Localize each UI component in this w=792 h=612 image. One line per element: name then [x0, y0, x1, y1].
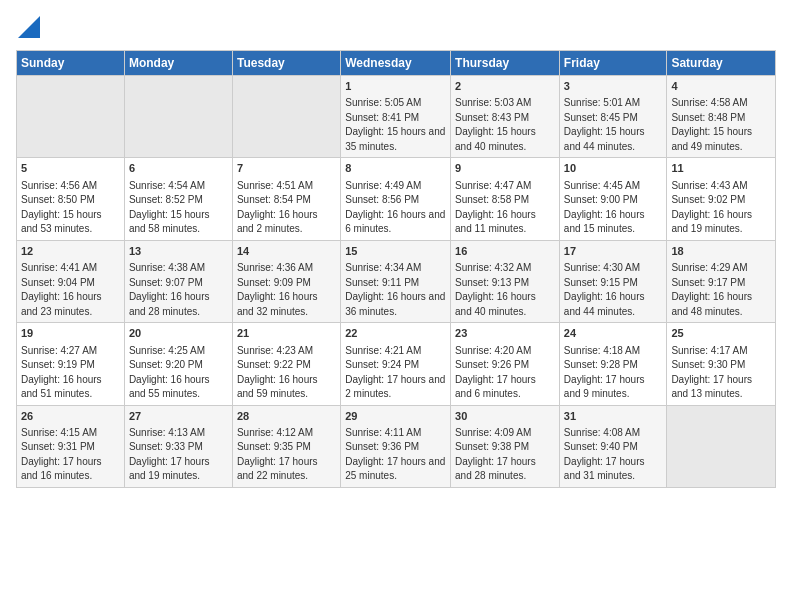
cell-content: Sunrise: 4:11 AMSunset: 9:36 PMDaylight:…	[345, 426, 446, 484]
cell-line: Daylight: 16 hours and 11 minutes.	[455, 209, 536, 235]
cell-line: Sunrise: 4:21 AM	[345, 345, 421, 356]
cell-content: Sunrise: 4:38 AMSunset: 9:07 PMDaylight:…	[129, 261, 228, 319]
day-number: 1	[345, 79, 446, 94]
day-number: 8	[345, 161, 446, 176]
calendar-cell: 2Sunrise: 5:03 AMSunset: 8:43 PMDaylight…	[451, 76, 560, 158]
cell-line: Sunrise: 4:12 AM	[237, 427, 313, 438]
cell-line: Sunset: 8:50 PM	[21, 194, 95, 205]
cell-line: Sunset: 9:35 PM	[237, 441, 311, 452]
cell-line: Sunrise: 4:36 AM	[237, 262, 313, 273]
day-number: 13	[129, 244, 228, 259]
cell-line: Daylight: 16 hours and 59 minutes.	[237, 374, 318, 400]
week-row: 5Sunrise: 4:56 AMSunset: 8:50 PMDaylight…	[17, 158, 776, 240]
cell-line: Sunrise: 4:09 AM	[455, 427, 531, 438]
cell-line: Daylight: 15 hours and 49 minutes.	[671, 126, 752, 152]
cell-line: Daylight: 16 hours and 15 minutes.	[564, 209, 645, 235]
col-thursday: Thursday	[451, 51, 560, 76]
day-number: 23	[455, 326, 555, 341]
logo	[16, 16, 40, 38]
calendar-cell: 27Sunrise: 4:13 AMSunset: 9:33 PMDayligh…	[124, 405, 232, 487]
cell-line: Sunrise: 4:08 AM	[564, 427, 640, 438]
cell-line: Daylight: 16 hours and 44 minutes.	[564, 291, 645, 317]
cell-line: Sunset: 9:02 PM	[671, 194, 745, 205]
cell-content: Sunrise: 4:51 AMSunset: 8:54 PMDaylight:…	[237, 179, 336, 237]
cell-line: Sunset: 9:31 PM	[21, 441, 95, 452]
day-number: 5	[21, 161, 120, 176]
day-number: 25	[671, 326, 771, 341]
cell-content: Sunrise: 4:47 AMSunset: 8:58 PMDaylight:…	[455, 179, 555, 237]
cell-line: Sunrise: 4:18 AM	[564, 345, 640, 356]
calendar-cell: 3Sunrise: 5:01 AMSunset: 8:45 PMDaylight…	[559, 76, 667, 158]
calendar-cell: 23Sunrise: 4:20 AMSunset: 9:26 PMDayligh…	[451, 323, 560, 405]
calendar-cell: 20Sunrise: 4:25 AMSunset: 9:20 PMDayligh…	[124, 323, 232, 405]
cell-line: Daylight: 15 hours and 58 minutes.	[129, 209, 210, 235]
header-row: Sunday Monday Tuesday Wednesday Thursday…	[17, 51, 776, 76]
cell-line: Daylight: 15 hours and 44 minutes.	[564, 126, 645, 152]
header	[16, 16, 776, 38]
cell-line: Sunset: 9:11 PM	[345, 277, 419, 288]
cell-line: Sunrise: 4:58 AM	[671, 97, 747, 108]
calendar-cell: 11Sunrise: 4:43 AMSunset: 9:02 PMDayligh…	[667, 158, 776, 240]
cell-content: Sunrise: 4:12 AMSunset: 9:35 PMDaylight:…	[237, 426, 336, 484]
cell-line: Sunset: 9:04 PM	[21, 277, 95, 288]
cell-line: Daylight: 16 hours and 51 minutes.	[21, 374, 102, 400]
day-number: 27	[129, 409, 228, 424]
day-number: 11	[671, 161, 771, 176]
calendar-cell	[124, 76, 232, 158]
page: Sunday Monday Tuesday Wednesday Thursday…	[0, 0, 792, 504]
day-number: 4	[671, 79, 771, 94]
cell-line: Sunrise: 4:15 AM	[21, 427, 97, 438]
cell-line: Sunrise: 4:38 AM	[129, 262, 205, 273]
cell-line: Sunset: 8:48 PM	[671, 112, 745, 123]
cell-line: Sunset: 9:07 PM	[129, 277, 203, 288]
col-monday: Monday	[124, 51, 232, 76]
day-number: 15	[345, 244, 446, 259]
cell-line: Daylight: 17 hours and 9 minutes.	[564, 374, 645, 400]
cell-line: Sunset: 9:00 PM	[564, 194, 638, 205]
cell-line: Daylight: 16 hours and 55 minutes.	[129, 374, 210, 400]
day-number: 3	[564, 79, 663, 94]
cell-content: Sunrise: 4:09 AMSunset: 9:38 PMDaylight:…	[455, 426, 555, 484]
cell-content: Sunrise: 5:03 AMSunset: 8:43 PMDaylight:…	[455, 96, 555, 154]
cell-line: Daylight: 16 hours and 6 minutes.	[345, 209, 445, 235]
cell-content: Sunrise: 4:25 AMSunset: 9:20 PMDaylight:…	[129, 344, 228, 402]
col-tuesday: Tuesday	[232, 51, 340, 76]
cell-line: Sunset: 9:40 PM	[564, 441, 638, 452]
col-friday: Friday	[559, 51, 667, 76]
cell-line: Sunset: 9:22 PM	[237, 359, 311, 370]
cell-content: Sunrise: 4:45 AMSunset: 9:00 PMDaylight:…	[564, 179, 663, 237]
cell-line: Sunrise: 4:51 AM	[237, 180, 313, 191]
cell-content: Sunrise: 4:17 AMSunset: 9:30 PMDaylight:…	[671, 344, 771, 402]
cell-content: Sunrise: 4:34 AMSunset: 9:11 PMDaylight:…	[345, 261, 446, 319]
cell-line: Sunrise: 4:47 AM	[455, 180, 531, 191]
svg-marker-0	[18, 16, 40, 38]
cell-line: Sunset: 9:20 PM	[129, 359, 203, 370]
calendar-cell: 9Sunrise: 4:47 AMSunset: 8:58 PMDaylight…	[451, 158, 560, 240]
calendar-cell: 4Sunrise: 4:58 AMSunset: 8:48 PMDaylight…	[667, 76, 776, 158]
cell-content: Sunrise: 5:01 AMSunset: 8:45 PMDaylight:…	[564, 96, 663, 154]
cell-line: Sunrise: 4:56 AM	[21, 180, 97, 191]
day-number: 2	[455, 79, 555, 94]
cell-line: Daylight: 16 hours and 19 minutes.	[671, 209, 752, 235]
calendar-cell: 5Sunrise: 4:56 AMSunset: 8:50 PMDaylight…	[17, 158, 125, 240]
day-number: 29	[345, 409, 446, 424]
day-number: 9	[455, 161, 555, 176]
calendar-cell: 31Sunrise: 4:08 AMSunset: 9:40 PMDayligh…	[559, 405, 667, 487]
cell-line: Daylight: 16 hours and 32 minutes.	[237, 291, 318, 317]
cell-line: Sunrise: 4:11 AM	[345, 427, 421, 438]
day-number: 7	[237, 161, 336, 176]
cell-content: Sunrise: 4:15 AMSunset: 9:31 PMDaylight:…	[21, 426, 120, 484]
cell-content: Sunrise: 4:41 AMSunset: 9:04 PMDaylight:…	[21, 261, 120, 319]
cell-content: Sunrise: 4:18 AMSunset: 9:28 PMDaylight:…	[564, 344, 663, 402]
cell-content: Sunrise: 4:54 AMSunset: 8:52 PMDaylight:…	[129, 179, 228, 237]
calendar-cell: 17Sunrise: 4:30 AMSunset: 9:15 PMDayligh…	[559, 240, 667, 322]
col-wednesday: Wednesday	[341, 51, 451, 76]
cell-line: Daylight: 16 hours and 2 minutes.	[237, 209, 318, 235]
day-number: 26	[21, 409, 120, 424]
cell-line: Sunrise: 4:41 AM	[21, 262, 97, 273]
day-number: 18	[671, 244, 771, 259]
cell-line: Sunrise: 4:54 AM	[129, 180, 205, 191]
cell-content: Sunrise: 4:13 AMSunset: 9:33 PMDaylight:…	[129, 426, 228, 484]
day-number: 28	[237, 409, 336, 424]
cell-content: Sunrise: 4:21 AMSunset: 9:24 PMDaylight:…	[345, 344, 446, 402]
